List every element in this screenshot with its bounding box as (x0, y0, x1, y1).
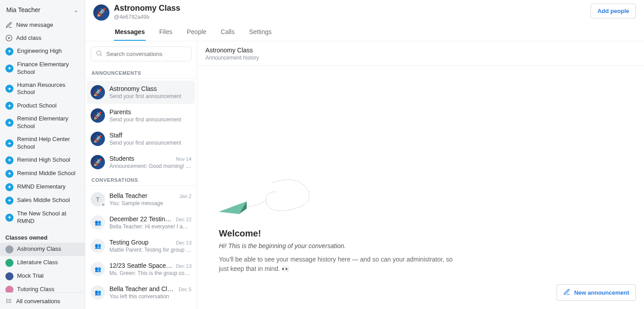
sidebar-item-label: Finance Elementary School (17, 61, 79, 76)
sidebar-school[interactable]: ✦Human Resources School (0, 79, 85, 99)
sidebar-item-label: Sales Middle School (17, 197, 70, 204)
school-icon: ✦ (5, 119, 13, 127)
user-name: Mia Teacher (6, 6, 40, 13)
sidebar-school[interactable]: ✦Remind Help Center School (0, 133, 85, 154)
all-conversations-label: All conversations (16, 298, 60, 305)
conv-date: Dec 13 (176, 240, 191, 245)
welcome-intro: Hi! This is the beginning of your conver… (219, 242, 346, 249)
class-handle: @4e6792a49b (114, 14, 636, 20)
class-icon (5, 259, 13, 267)
rocket-icon: 🚀 (91, 108, 105, 123)
list-icon (5, 297, 13, 305)
conversation-item[interactable]: TBella TeacherJan 2You: Sample message (85, 188, 197, 211)
new-announcement-label: New announcement (574, 289, 629, 296)
sidebar-item-label: Remind Middle School (17, 170, 75, 177)
rocket-icon: 🚀 (91, 85, 105, 99)
sidebar-item-label: Remind Help Center School (17, 136, 79, 151)
sidebar-item-label: Product School (17, 102, 57, 110)
sidebar-item-label: Engineering High (17, 47, 62, 55)
sidebar-school[interactable]: ✦Engineering High (0, 45, 85, 58)
sidebar-school[interactable]: ✦Finance Elementary School (0, 58, 85, 79)
conv-date: Jan 2 (179, 193, 191, 199)
announcement-item[interactable]: 🚀StudentsNov 14Announcement: Good mornin… (85, 150, 197, 174)
sidebar-item-label: Astronomy Class (17, 245, 61, 253)
compose-icon (563, 288, 570, 297)
sidebar-item-label: Human Resources School (17, 82, 79, 97)
announcement-item[interactable]: 🚀StaffSend your first announcement (85, 127, 197, 150)
sidebar-school[interactable]: ✦The New School at RMND (0, 207, 85, 228)
conv-title: Parents (109, 108, 131, 116)
class-avatar: 🚀 (93, 4, 109, 21)
add-class-button[interactable]: Add class (0, 32, 85, 45)
sidebar-class[interactable]: Tutoring Class (0, 283, 85, 292)
sidebar-school[interactable]: ✦Product School (0, 99, 85, 112)
school-icon: ✦ (5, 197, 13, 205)
conv-title: Astronomy Class (109, 85, 157, 92)
conv-date: Dec 13 (176, 263, 191, 269)
conv-preview: Bella Teacher: Hi everyone! I am ren… (109, 223, 191, 230)
conv-title: Staff (109, 132, 122, 139)
search-conversations[interactable] (91, 47, 191, 61)
sidebar-item-label: Remind Elementary School (17, 115, 79, 130)
sidebar-class[interactable]: Mock Trial (0, 270, 85, 283)
new-message-button[interactable]: New message (0, 19, 85, 32)
school-icon: ✦ (5, 47, 13, 56)
conversation-item[interactable]: 👥Testing GroupDec 13Mattie Parent: Testi… (85, 234, 197, 258)
announcements-label: ANNOUNCEMENTS (85, 67, 197, 79)
announcement-item[interactable]: 🚀ParentsSend your first announcement (85, 104, 197, 127)
svg-point-2 (7, 300, 7, 301)
conv-preview: Ms. Green: This is the group convers… (109, 270, 191, 276)
conv-title: Students (109, 155, 134, 162)
main-pane: Astronomy Class Announcement history Wel… (197, 41, 644, 309)
school-icon: ✦ (5, 139, 13, 147)
tab-settings[interactable]: Settings (248, 26, 273, 41)
tab-people[interactable]: People (186, 26, 208, 41)
tab-calls[interactable]: Calls (220, 26, 235, 41)
conv-preview: Send your first announcement (109, 93, 191, 99)
announcement-item[interactable]: 🚀Astronomy ClassSend your first announce… (87, 81, 195, 104)
sidebar-school[interactable]: ✦Remind High School (0, 154, 85, 167)
sidebar-item-label: Mock Trial (17, 272, 44, 280)
sidebar-school[interactable]: ✦Remind Elementary School (0, 112, 85, 133)
sidebar-school[interactable]: ✦Sales Middle School (0, 194, 85, 207)
conversation-item[interactable]: 👥Bella Teacher and Cleo Ad…Dec 5You left… (85, 281, 197, 304)
user-switcher[interactable]: Mia Teacher ⌄ (0, 0, 85, 19)
chevron-down-icon: ⌄ (74, 7, 78, 13)
new-announcement-button[interactable]: New announcement (557, 284, 636, 301)
conv-title: Testing Group (109, 239, 148, 246)
all-conversations-button[interactable]: All conversations (0, 292, 85, 309)
new-message-label: New message (16, 21, 53, 29)
group-icon: 👥 (91, 262, 105, 276)
search-input[interactable] (106, 51, 187, 57)
school-icon: ✦ (5, 85, 13, 93)
avatar: T (91, 192, 105, 206)
conv-preview: Announcement: Good morning! Plea… (109, 163, 191, 169)
rocket-icon: 🚀 (91, 155, 105, 169)
rocket-icon: 🚀 (91, 132, 105, 146)
conversation-item[interactable]: 👥12/23 Seattle Space NeedleDec 13Ms. Gre… (85, 258, 197, 281)
conv-preview: Mattie Parent: Testing for group con… (109, 247, 191, 253)
plus-circle-icon (5, 34, 13, 42)
sidebar-school[interactable]: ✦Remind Middle School (0, 167, 85, 180)
conv-preview: Send your first announcement (109, 116, 191, 123)
conversation-item[interactable]: 👥December 22 Testing Gro…Dec 22Bella Tea… (85, 211, 197, 234)
sidebar-school[interactable]: ✦RMND Elementary (0, 180, 85, 194)
svg-point-4 (97, 51, 101, 55)
conv-preview: You left this conversation (109, 293, 191, 300)
conv-title: Bella Teacher and Cleo Ad… (109, 285, 176, 292)
school-icon: ✦ (5, 183, 13, 191)
header: 🚀 Astronomy Class @4e6792a49b MessagesFi… (85, 0, 644, 41)
conv-date: Nov 14 (176, 156, 191, 162)
tab-files[interactable]: Files (158, 26, 174, 41)
sidebar-class[interactable]: Literature Class (0, 256, 85, 270)
tab-messages[interactable]: Messages (114, 26, 146, 41)
sidebar-item-label: Remind High School (17, 156, 70, 164)
conversations-label: CONVERSATIONS (85, 174, 197, 186)
svg-point-3 (7, 302, 7, 303)
sidebar-item-label: Literature Class (17, 259, 58, 266)
svg-point-1 (7, 299, 7, 300)
school-icon: ✦ (5, 102, 13, 110)
group-icon: 👥 (91, 239, 105, 253)
add-people-button[interactable]: Add people (591, 4, 636, 18)
sidebar-class[interactable]: Astronomy Class (0, 243, 85, 256)
